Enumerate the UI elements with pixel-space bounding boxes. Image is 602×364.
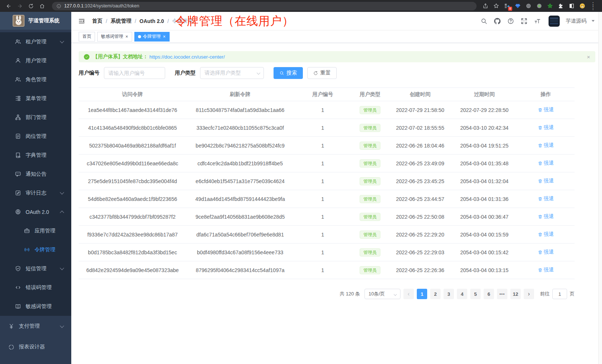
breadcrumb-separator: / xyxy=(167,18,169,24)
sidebar-item-OAuth 2.0[interactable]: OAuth 2.0 xyxy=(0,202,71,221)
breadcrumb-item: 令牌管理 xyxy=(172,18,193,24)
puzzle-extensions-icon[interactable] xyxy=(557,2,565,10)
extension-grid-icon[interactable]: 9 xyxy=(503,2,511,10)
breadcrumb-item[interactable]: 系统管理 xyxy=(111,18,131,24)
green-star-extension-icon[interactable] xyxy=(546,2,554,10)
doc-link[interactable]: https://doc.iocoder.cn/user-center/ xyxy=(150,54,225,60)
breadcrumb-item[interactable]: OAuth 2.0 xyxy=(140,18,164,24)
expire-time-cell: 2054-03-04 19:51:25 xyxy=(452,143,517,149)
page-button-3[interactable]: 3 xyxy=(444,289,454,299)
page-button-6[interactable]: 6 xyxy=(484,289,494,299)
github-icon[interactable] xyxy=(493,17,502,26)
user-id-input[interactable] xyxy=(104,67,165,79)
browser-home-icon[interactable] xyxy=(37,1,47,11)
sidebar-item-敏感词管理[interactable]: 敏感词管理 xyxy=(0,297,71,316)
page-button-5[interactable]: 5 xyxy=(470,289,481,299)
sidebar-item-短信管理[interactable]: 短信管理 xyxy=(0,259,71,278)
site-info-icon[interactable] xyxy=(56,4,61,9)
browser-reload-icon[interactable] xyxy=(26,1,36,11)
tab-首页[interactable]: 首页 xyxy=(79,32,95,42)
user-type-tag: 管理员 xyxy=(360,213,380,221)
circle-extension-icon[interactable] xyxy=(525,2,532,10)
goto-page-input[interactable] xyxy=(552,289,567,299)
search-button[interactable]: 搜索 xyxy=(274,67,303,79)
chevron-down-icon xyxy=(60,267,64,270)
collapse-sidebar-icon[interactable] xyxy=(78,17,86,25)
bookmark-star-icon[interactable] xyxy=(493,2,500,10)
breadcrumb-item[interactable]: 首页 xyxy=(92,18,102,24)
force-logout-button[interactable]: 强退 xyxy=(538,195,554,202)
font-size-icon[interactable] xyxy=(533,17,542,26)
app-logo-row[interactable]: 芋道管理系统 xyxy=(0,12,71,30)
token-table: 访问令牌刷新令牌用户编号用户类型创建时间过期时间操作 1ea5e44f8bc14… xyxy=(79,87,575,279)
force-logout-button[interactable]: 强退 xyxy=(538,142,554,149)
sidebar-item-通知公告[interactable]: 通知公告 xyxy=(0,165,71,183)
profile-avatar-emoji-icon[interactable] xyxy=(579,2,586,10)
page-size-select[interactable]: 10条/页 xyxy=(364,289,400,299)
sidebar-item-错误码管理[interactable]: 错误码管理 xyxy=(0,278,71,297)
sidebar-item-用户管理[interactable]: 用户管理 xyxy=(0,51,71,70)
sidebar-item-报表设计器[interactable]: 报表设计器 xyxy=(0,337,71,357)
share-icon[interactable] xyxy=(482,2,489,10)
user-menu-caret-icon[interactable] xyxy=(592,20,595,22)
scrollbar[interactable] xyxy=(598,12,602,364)
sidebar-item-应用管理[interactable]: 应用管理 xyxy=(0,221,71,240)
user-type-select[interactable]: 请选择用户类型 xyxy=(200,67,264,79)
created-time-cell: 2022-06-25 22:29:03 xyxy=(389,249,452,255)
username[interactable]: 芋道源码 xyxy=(566,18,586,24)
sidebar-item-字典管理[interactable]: 字典管理 xyxy=(0,146,71,165)
gem-extension-icon[interactable] xyxy=(514,2,521,10)
action-cell: 强退 xyxy=(517,267,575,274)
browser-back-icon[interactable] xyxy=(4,1,13,11)
browser-forward-icon[interactable] xyxy=(15,1,24,11)
browser-menu-icon[interactable]: ⋮⋮ xyxy=(589,2,597,10)
force-logout-button[interactable]: 强退 xyxy=(538,249,554,255)
page-button-2[interactable]: 2 xyxy=(430,289,441,299)
search-icon[interactable] xyxy=(480,17,488,26)
user-type-tag: 管理员 xyxy=(360,177,380,185)
page-content: 【用户体系】文档地址： https://doc.iocoder.cn/user-… xyxy=(71,43,602,299)
more-pages-button[interactable]: ••• xyxy=(497,289,507,299)
force-logout-button[interactable]: 强退 xyxy=(538,178,554,184)
page-button-1[interactable]: 1 xyxy=(417,289,427,299)
sidebar-item-支付管理[interactable]: 支付管理 xyxy=(0,316,71,337)
open-book-icon xyxy=(15,303,21,310)
help-icon[interactable] xyxy=(506,17,515,26)
profile-frame-icon[interactable] xyxy=(568,2,575,10)
tab-敏感词管理[interactable]: 敏感词管理 × xyxy=(97,32,132,42)
sidebar-item-租户管理[interactable]: 租户管理 xyxy=(0,32,71,51)
next-page-button[interactable]: › xyxy=(524,289,534,299)
force-logout-button[interactable]: 强退 xyxy=(538,106,554,113)
user-type-tag: 管理员 xyxy=(360,106,380,114)
prev-page-button[interactable]: ‹ xyxy=(403,289,414,299)
sidebar-item-岗位管理[interactable]: 岗位管理 xyxy=(0,127,71,146)
breadcrumb-separator: / xyxy=(135,18,136,24)
fullscreen-icon[interactable] xyxy=(520,17,529,26)
force-logout-button[interactable]: 强退 xyxy=(538,160,554,166)
sidebar-item-部门管理[interactable]: 部门管理 xyxy=(0,108,71,127)
oauth-robot-icon xyxy=(15,209,21,215)
chevron-down-icon xyxy=(60,325,64,328)
yen-icon xyxy=(8,323,14,330)
force-logout-button[interactable]: 强退 xyxy=(538,267,554,273)
user-avatar[interactable] xyxy=(549,16,560,27)
force-logout-button[interactable]: 强退 xyxy=(538,231,554,238)
tab-close-icon[interactable]: × xyxy=(163,34,166,39)
sidebar-item-菜单管理[interactable]: 菜单管理 xyxy=(0,89,71,108)
sidebar-item-审计日志[interactable]: 审计日志 xyxy=(0,183,71,202)
reset-button[interactable]: 重置 xyxy=(307,67,337,79)
alert-close-icon[interactable]: × xyxy=(587,54,590,60)
top-navbar: 首页/系统管理/OAuth 2.0/令牌管理 芋道源码 xyxy=(71,12,602,30)
sidebar-item-令牌管理[interactable]: 令牌管理 xyxy=(0,240,71,259)
extension-badge: 9 xyxy=(508,7,512,11)
page-button-12[interactable]: 12 xyxy=(510,289,521,299)
force-logout-button[interactable]: 强退 xyxy=(538,124,554,131)
tab-close-icon[interactable]: × xyxy=(125,34,128,39)
refresh-token-cell: cdfc4ce9c2da4bb1bdf21b9918ff4be5 xyxy=(186,161,294,166)
page-button-4[interactable]: 4 xyxy=(457,289,467,299)
force-logout-button[interactable]: 强退 xyxy=(538,213,554,220)
sidebar-item-角色管理[interactable]: 角色管理 xyxy=(0,70,71,89)
address-bar[interactable]: 127.0.0.1:1024/system/oauth2/token xyxy=(52,2,477,10)
tab-令牌管理[interactable]: 令牌管理 × xyxy=(134,32,170,42)
recorder-extension-icon[interactable] xyxy=(536,2,543,10)
